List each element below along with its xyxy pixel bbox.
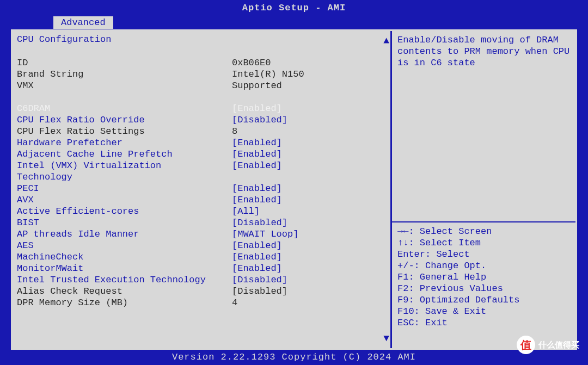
info-label: Brand String	[17, 69, 232, 80]
option-row[interactable]: AVX[Enabled]	[17, 194, 386, 206]
option-label: PECI	[17, 183, 232, 194]
option-label: Adjacent Cache Line Prefetch	[17, 149, 232, 160]
option-row: CPU Flex Ratio Settings8	[17, 126, 386, 137]
option-value: [Enabled]	[232, 149, 282, 160]
option-value: [Enabled]	[232, 263, 282, 274]
option-value: [All]	[232, 206, 260, 217]
option-label: C6DRAM	[17, 103, 232, 114]
option-row[interactable]: Intel (VMX) Virtualization[Enabled]	[17, 160, 386, 171]
bios-title: Aptio Setup - AMI	[0, 0, 588, 16]
help-key-line: ESC: Exit	[397, 317, 570, 329]
option-value: 4	[232, 297, 237, 308]
settings-panel: ▲ CPU Configuration ID0xB06E0Brand Strin…	[13, 31, 390, 348]
info-value: Intel(R) N150	[232, 69, 304, 80]
option-label: CPU Flex Ratio Settings	[17, 126, 232, 137]
info-label: VMX	[17, 80, 232, 91]
option-label: AES	[17, 240, 232, 251]
option-row[interactable]: Active Efficient-cores[All]	[17, 206, 386, 217]
help-key-line: →←: Select Screen	[397, 226, 570, 237]
help-key-line: F10: Save & Exit	[397, 306, 570, 317]
help-key-line: +/-: Change Opt.	[397, 260, 570, 271]
info-value: 0xB06E0	[232, 57, 271, 69]
help-key-line: F9: Optimized Defaults	[397, 294, 570, 306]
option-value: [Enabled]	[232, 137, 282, 149]
option-value: [Enabled]	[232, 194, 282, 206]
option-value: 8	[232, 126, 237, 137]
option-value: [Disabled]	[232, 274, 287, 286]
info-row: Brand StringIntel(R) N150	[17, 69, 386, 80]
scroll-down-icon[interactable]: ▼	[383, 333, 389, 344]
option-label: Active Efficient-cores	[17, 206, 232, 217]
section-title: CPU Configuration	[17, 34, 386, 45]
info-value: Supported	[232, 80, 282, 91]
option-label: Alias Check Request	[17, 286, 232, 297]
help-panel: Enable/Disable moving of DRAM contents t…	[390, 31, 575, 348]
option-row[interactable]: MachineCheck[Enabled]	[17, 251, 386, 263]
watermark: 值 什么值得买	[517, 336, 579, 354]
option-label: Intel Trusted Execution Technology	[17, 274, 232, 286]
option-row[interactable]: CPU Flex Ratio Override[Disabled]	[17, 114, 386, 126]
watermark-icon: 值	[517, 336, 535, 354]
option-value: [Enabled]	[232, 251, 282, 263]
help-description: Enable/Disable moving of DRAM contents t…	[397, 34, 570, 69]
option-row[interactable]: Technology	[17, 171, 386, 183]
option-row[interactable]: AP threads Idle Manner[MWAIT Loop]	[17, 228, 386, 240]
option-row[interactable]: PECI[Enabled]	[17, 183, 386, 194]
option-row[interactable]: AES[Enabled]	[17, 240, 386, 251]
option-label: AP threads Idle Manner	[17, 228, 232, 240]
option-row[interactable]: BIST[Disabled]	[17, 217, 386, 228]
info-label: ID	[17, 57, 232, 69]
help-keys-list: →←: Select Screen↑↓: Select ItemEnter: S…	[397, 221, 570, 329]
option-c6dram[interactable]: C6DRAM [Enabled]	[17, 103, 386, 114]
option-row[interactable]: MonitorMWait[Enabled]	[17, 263, 386, 274]
option-value: [Enabled]	[232, 240, 282, 251]
scroll-up-icon[interactable]: ▲	[383, 35, 389, 46]
option-value: [Enabled]	[232, 183, 282, 194]
option-value: [MWAIT Loop]	[232, 228, 298, 240]
option-value: [Enabled]	[232, 160, 282, 171]
option-label: MachineCheck	[17, 251, 232, 263]
option-label: Hardware Prefetcher	[17, 137, 232, 149]
help-key-line: F1: General Help	[397, 271, 570, 283]
help-key-line: F2: Previous Values	[397, 283, 570, 294]
option-label: MonitorMWait	[17, 263, 232, 274]
tab-advanced[interactable]: Advanced	[53, 16, 113, 29]
option-value: [Disabled]	[232, 217, 287, 228]
option-value: [Disabled]	[232, 286, 287, 297]
option-label: BIST	[17, 217, 232, 228]
option-row[interactable]: Adjacent Cache Line Prefetch[Enabled]	[17, 149, 386, 160]
tab-bar: Advanced	[0, 16, 588, 29]
option-label: Intel (VMX) Virtualization	[17, 160, 232, 171]
option-label: AVX	[17, 194, 232, 206]
option-value: [Enabled]	[232, 103, 282, 114]
option-label: DPR Memory Size (MB)	[17, 297, 232, 308]
info-row: ID0xB06E0	[17, 57, 386, 69]
option-row[interactable]: Hardware Prefetcher[Enabled]	[17, 137, 386, 149]
help-key-line: ↑↓: Select Item	[397, 237, 570, 249]
option-label: CPU Flex Ratio Override	[17, 114, 232, 126]
option-row: Alias Check Request[Disabled]	[17, 286, 386, 297]
option-row[interactable]: Intel Trusted Execution Technology[Disab…	[17, 274, 386, 286]
option-row: DPR Memory Size (MB)4	[17, 297, 386, 308]
option-label: Technology	[17, 171, 232, 183]
info-row: VMXSupported	[17, 80, 386, 91]
watermark-text: 什么值得买	[538, 340, 579, 350]
option-value: [Disabled]	[232, 114, 287, 126]
bios-footer: Version 2.22.1293 Copyright (C) 2024 AMI	[0, 350, 588, 365]
help-key-line: Enter: Select	[397, 249, 570, 260]
